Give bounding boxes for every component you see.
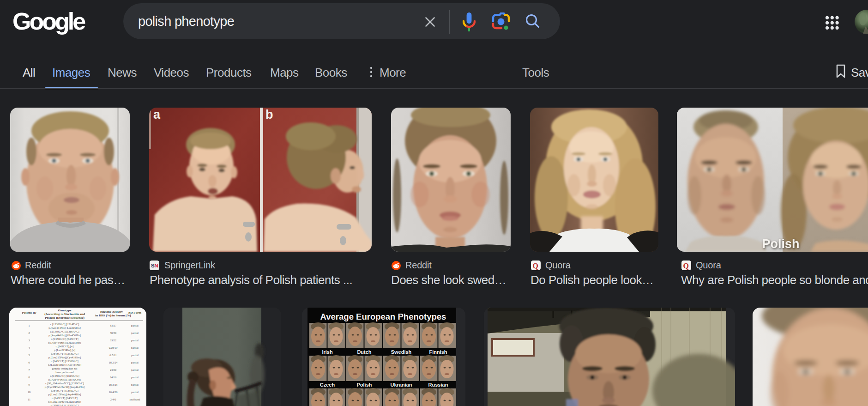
svg-text:Russian: Russian: [428, 382, 448, 388]
svg-text:c.[98_104delins7CC];[1330G>C]: c.[98_104delins7CC];[1330G>C]: [45, 382, 84, 385]
svg-text:Q: Q: [683, 262, 689, 270]
svg-text:partial: partial: [131, 376, 139, 379]
svg-text:c.[643C>T];[=]: c.[643C>T];[=]: [56, 345, 73, 348]
svg-text:c.[1330G>C];[1214T>C]: c.[1330G>C];[1214T>C]: [50, 322, 79, 326]
svg-text:genetic testing has not: genetic testing has not: [52, 367, 77, 370]
svg-text:partial: partial: [131, 339, 139, 342]
svg-text:8: 8: [28, 376, 30, 379]
svg-text:partial: partial: [131, 346, 139, 349]
svg-text:BD Form: BD Form: [128, 311, 141, 315]
svg-text:c.[643C>T];[1253G>C]: c.[643C>T];[1253G>C]: [51, 352, 78, 355]
svg-text:p.[Cys33PhefsTer36];[Asp444His: p.[Cys33PhefsTer36];[Asp444His]: [45, 385, 84, 388]
svg-text:p.[Asp444His]; Leu405Pro]: p.[Asp444His]; Leu405Pro]: [48, 326, 80, 329]
svg-text:Polish: Polish: [762, 237, 799, 251]
svg-text:partial: partial: [131, 383, 139, 386]
svg-text:Patient ID: Patient ID: [22, 311, 36, 315]
svg-text:p.[Asp444His];[Gln456His]: p.[Asp444His];[Gln456His]: [48, 333, 81, 337]
svg-text:Protein Reference Sequence): Protein Reference Sequence): [45, 316, 84, 320]
svg-text:Polish: Polish: [356, 382, 372, 388]
svg-text:been performed: been performed: [56, 370, 74, 374]
svg-text:c.[1330G>C];[1619A>G]: c.[1330G>C];[1619A>G]: [50, 374, 79, 377]
svg-text:N: N: [155, 263, 158, 268]
svg-text:Genotype: Genotype: [58, 309, 72, 312]
svg-text:18.2/24: 18.2/24: [109, 361, 118, 364]
svg-text:Czech: Czech: [320, 382, 335, 388]
svg-text:Ukranian: Ukranian: [390, 382, 412, 388]
svg-text:Average European Phenotypes: Average European Phenotypes: [320, 312, 446, 321]
svg-text:p.[Leu215Phe];[=]: p.[Leu215Phe];[=]: [54, 348, 75, 351]
svg-text:partial: partial: [131, 353, 139, 357]
svg-text:(According to Nucleotide and: (According to Nucleotide and: [44, 312, 85, 316]
svg-text:Irish: Irish: [322, 349, 333, 355]
svg-text:23/20: 23/20: [110, 368, 116, 371]
svg-text:Dutch: Dutch: [357, 349, 371, 355]
svg-text:11: 11: [28, 398, 30, 401]
svg-text:p.[Asp444His];[Leu215Phe]: p.[Asp444His];[Leu215Phe]: [48, 341, 81, 344]
svg-text:partial: partial: [131, 368, 139, 371]
svg-text:c.[643C>T];[1330G>C]: c.[643C>T];[1330G>C]: [51, 359, 78, 363]
svg-text:partial: partial: [131, 324, 139, 327]
svg-text:30/30: 30/30: [110, 331, 116, 334]
svg-text:Enzyme Activity—: Enzyme Activity—: [100, 310, 127, 314]
svg-text:c.[643C>T];[1330G>C]: c.[643C>T];[1330G>C]: [51, 389, 78, 392]
svg-text:p.[Leu215Phe]; [Asp444His]: p.[Leu215Phe]; [Asp444His]: [48, 363, 81, 366]
svg-text:Q: Q: [533, 262, 538, 270]
svg-text:p.[Leu215Phe];[Leu215Phe]: p.[Leu215Phe];[Leu215Phe]: [48, 400, 81, 403]
svg-text:3: 3: [28, 339, 30, 342]
svg-text:b: b: [265, 108, 273, 121]
svg-text:6.5/11: 6.5/11: [109, 353, 116, 357]
svg-text:c.[1330G>C];[643C>T]: c.[1330G>C];[643C>T]: [51, 337, 78, 340]
svg-text:4: 4: [28, 346, 30, 349]
svg-text:profound: profound: [130, 398, 141, 401]
svg-text:33/22: 33/22: [110, 339, 116, 342]
svg-text:2.4/0: 2.4/0: [110, 398, 116, 401]
svg-text:0.08/19: 0.08/19: [109, 346, 118, 349]
svg-text:6: 6: [28, 361, 30, 364]
svg-text:2: 2: [28, 331, 30, 334]
svg-text:9: 9: [28, 383, 30, 386]
svg-text:partial: partial: [131, 390, 139, 394]
svg-text:partial: partial: [131, 361, 139, 364]
svg-text:Swedish: Swedish: [391, 349, 412, 355]
svg-text:7: 7: [28, 368, 30, 371]
svg-text:10: 10: [28, 390, 30, 394]
svg-text:5: 5: [28, 353, 30, 357]
svg-text:p.[Leu215Phe];[Asp444His]: p.[Leu215Phe];[Asp444His]: [48, 393, 81, 396]
svg-text:Finnish: Finnish: [429, 349, 447, 355]
svg-text:c.[643C>T];[643C>T]: c.[643C>T];[643C>T]: [52, 396, 78, 400]
svg-text:p.[Leu215Phe];[Cys418Ser]: p.[Leu215Phe];[Cys418Ser]: [48, 356, 81, 359]
svg-text:a: a: [153, 108, 161, 121]
svg-text:partial: partial: [131, 331, 139, 334]
svg-text:33/27: 33/27: [110, 324, 116, 327]
svg-text:1: 1: [28, 324, 30, 327]
svg-text:18.3/23: 18.3/23: [109, 383, 118, 386]
svg-text:c.[398G>A];[1330G>C]: c.[398G>A];[1330G>C]: [51, 404, 78, 406]
svg-text:p.[Asp444His];[Tyr540Cys]: p.[Asp444His];[Tyr540Cys]: [48, 378, 81, 381]
svg-text:24/16: 24/16: [110, 376, 116, 379]
svg-text:in DBS [%]/in Serum [%]: in DBS [%]/in Serum [%]: [95, 314, 131, 317]
svg-text:16.4/26: 16.4/26: [109, 390, 118, 394]
svg-text:c.[1330G>C];[1366A>C]: c.[1330G>C];[1366A>C]: [50, 330, 79, 333]
